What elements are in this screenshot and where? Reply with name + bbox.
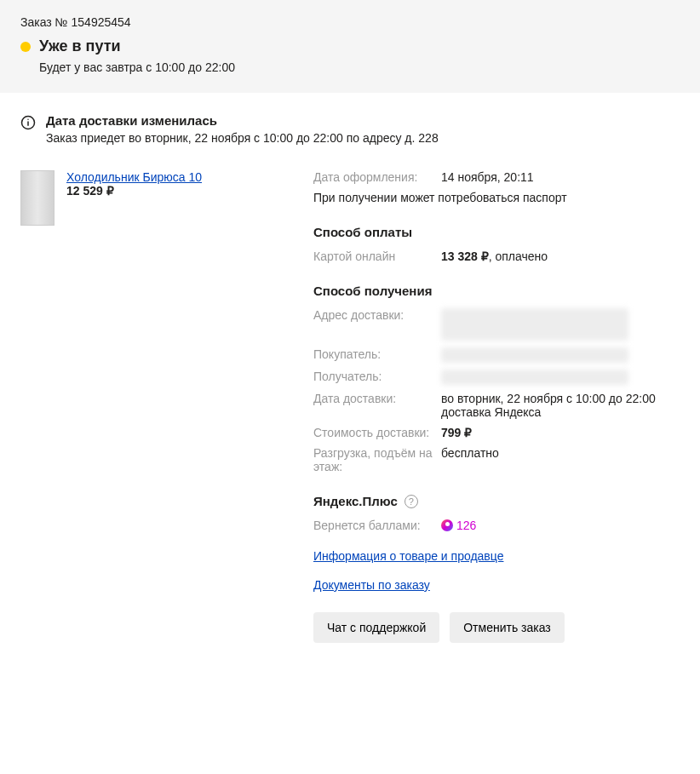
- product-block: Холодильник Бирюса 10 12 529 ₽: [20, 170, 293, 643]
- recipient-value: [441, 370, 680, 385]
- order-status: Уже в пути: [39, 37, 121, 55]
- address-value: [441, 308, 680, 341]
- payment-section-title: Способ оплаты: [313, 225, 680, 239]
- notice-title: Дата доставки изменилась: [46, 113, 439, 128]
- recipient-label: Получатель:: [313, 370, 441, 385]
- help-icon[interactable]: ?: [405, 495, 418, 508]
- product-name-link[interactable]: Холодильник Бирюса 10: [66, 170, 202, 184]
- buyer-value: [441, 347, 680, 363]
- buyer-label: Покупатель:: [313, 347, 441, 363]
- order-date-value: 14 ноября, 20:11: [441, 170, 680, 184]
- redacted-address: [441, 308, 628, 341]
- points-badge: 126: [441, 519, 476, 532]
- unloading-value: бесплатно: [441, 446, 680, 473]
- payment-method-label: Картой онлайн: [313, 249, 441, 263]
- unloading-label: Разгрузка, подъём на этаж:: [313, 446, 441, 473]
- redacted-recipient: [441, 370, 628, 385]
- delivery-date-value: во вторник, 22 ноября с 10:00 до 22:00 д…: [441, 392, 680, 419]
- order-number: Заказ № 154925454: [20, 15, 680, 29]
- product-image[interactable]: [20, 170, 55, 226]
- cashback-amount: 126: [456, 519, 476, 532]
- info-icon: [20, 115, 36, 130]
- support-chat-button[interactable]: Чат с поддержкой: [313, 612, 439, 643]
- status-dot-icon: [20, 42, 31, 52]
- delivery-date-label: Дата доставки:: [313, 392, 441, 419]
- order-documents-link[interactable]: Документы по заказу: [313, 578, 680, 592]
- cancel-order-button[interactable]: Отменить заказ: [450, 612, 565, 643]
- delivery-hint: Будет у вас завтра с 10:00 до 22:00: [39, 60, 680, 74]
- status-row: Уже в пути: [20, 37, 680, 55]
- shipping-cost-label: Стоимость доставки:: [313, 426, 441, 439]
- payment-value: 13 328 ₽, оплачено: [441, 249, 680, 263]
- address-label: Адрес доставки:: [313, 308, 441, 341]
- order-details: Дата оформления: 14 ноября, 20:11 При по…: [313, 170, 680, 643]
- passport-note: При получении может потребоваться паспор…: [313, 191, 680, 204]
- plus-section-title: Яндекс.Плюс: [313, 494, 398, 508]
- plus-points-icon: [441, 519, 453, 531]
- shipping-cost-value: 799 ₽: [441, 426, 680, 439]
- cashback-label: Вернется баллами:: [313, 519, 441, 534]
- order-date-label: Дата оформления:: [313, 170, 441, 184]
- payment-status: , оплачено: [489, 249, 548, 263]
- notice-text: Заказ приедет во вторник, 22 ноября с 10…: [46, 131, 439, 145]
- redacted-buyer: [441, 347, 628, 363]
- cashback-value: 126: [441, 519, 680, 534]
- product-price: 12 529 ₽: [66, 184, 202, 198]
- receipt-section-title: Способ получения: [313, 284, 680, 298]
- svg-point-2: [27, 119, 29, 121]
- delivery-change-notice: Дата доставки изменилась Заказ приедет в…: [20, 113, 680, 145]
- order-header: Заказ № 154925454 Уже в пути Будет у вас…: [0, 0, 700, 93]
- product-seller-info-link[interactable]: Информация о товаре и продавце: [313, 549, 680, 563]
- payment-amount: 13 328 ₽: [441, 249, 489, 263]
